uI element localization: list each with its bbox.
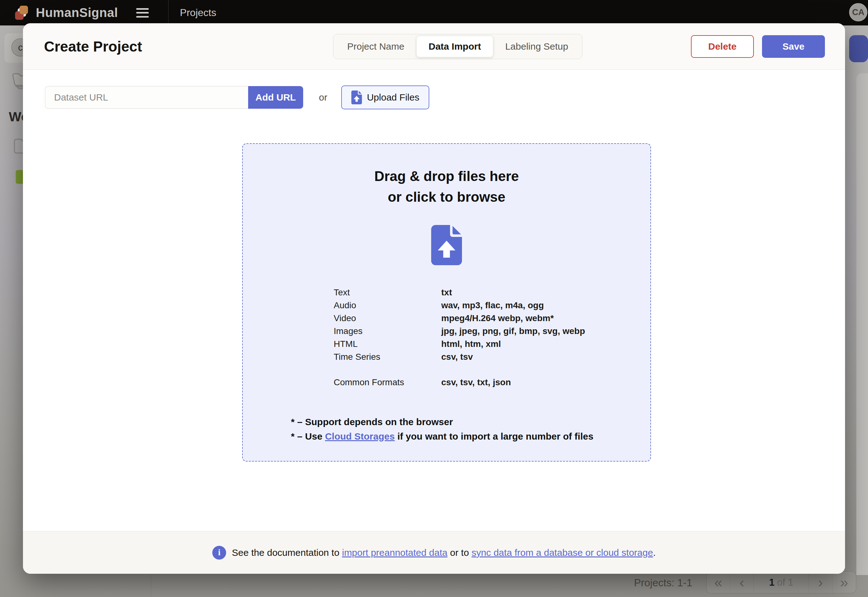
format-category-label: HTML <box>334 337 441 350</box>
supported-formats-table: Text txt Audio wav, mp3, flac, m4a, ogg … <box>334 286 585 389</box>
footer-text-prefix: See the documentation to <box>232 547 342 558</box>
browser-support-note: * – Support depends on the browser <box>291 415 593 429</box>
brand-name: HumanSignal <box>36 6 118 20</box>
pagination-control: « ‹ 1 of 1 › » <box>706 571 856 594</box>
create-project-modal: Create Project Project Name Data Import … <box>23 23 845 574</box>
format-category-label: Text <box>334 286 441 299</box>
format-row: HTML html, htm, xml <box>334 337 585 350</box>
or-separator-label: or <box>319 92 328 103</box>
background-panel-edge <box>856 73 868 575</box>
top-bar: HumanSignal Projects CA <box>0 0 868 25</box>
format-category-label: Common Formats <box>334 376 441 389</box>
format-row: Images jpg, jpeg, png, gif, bmp, svg, we… <box>334 325 585 337</box>
info-icon: i <box>212 546 226 560</box>
upload-files-label: Upload Files <box>367 92 420 103</box>
upload-file-icon <box>431 225 462 266</box>
tab-group: Project Name Data Import Labeling Setup <box>333 34 582 59</box>
cloud-storages-link[interactable]: Cloud Storages <box>325 431 395 441</box>
import-docs-link[interactable]: import preannotated data <box>342 547 447 558</box>
format-category-label: Audio <box>334 299 441 312</box>
projects-count-label: Projects: 1-1 <box>634 577 692 589</box>
format-extensions-value: csv, tsv, txt, json <box>441 376 511 389</box>
dropzone-heading: Drag & drop files here or click to brows… <box>243 166 651 207</box>
tab-labeling-setup[interactable]: Labeling Setup <box>493 36 580 57</box>
format-extensions-value: txt <box>441 286 452 299</box>
dropzone-notes: * – Support depends on the browser * – U… <box>291 415 593 444</box>
dataset-url-input[interactable] <box>45 86 248 109</box>
hamburger-icon <box>136 16 149 18</box>
format-extensions-value: jpg, jpeg, png, gif, bmp, svg, webp <box>441 325 585 337</box>
modal-title: Create Project <box>44 38 142 55</box>
dataset-url-input-group: Add URL <box>45 86 303 109</box>
modal-footer: i See the documentation to import preann… <box>23 531 845 574</box>
format-extensions-value: html, htm, xml <box>441 337 501 350</box>
sync-docs-link[interactable]: sync data from a database or cloud stora… <box>471 547 653 558</box>
format-extensions-value: csv, tsv <box>441 350 473 363</box>
format-row: Audio wav, mp3, flac, m4a, ogg <box>334 299 585 312</box>
upload-files-button[interactable]: Upload Files <box>341 85 430 109</box>
format-category-label: Video <box>334 312 441 325</box>
add-url-button[interactable]: Add URL <box>248 86 303 109</box>
hamburger-icon <box>136 8 149 10</box>
background-button-fragment <box>849 35 868 62</box>
brand-logo[interactable]: HumanSignal <box>15 4 118 22</box>
format-row: Time Series csv, tsv <box>334 350 585 363</box>
sidebar-border <box>150 574 151 597</box>
save-button[interactable]: Save <box>762 35 825 58</box>
pagination-prev-button[interactable]: ‹ <box>730 572 753 593</box>
common-formats-row: Common Formats csv, tsv, txt, json <box>334 376 585 389</box>
format-row: Text txt <box>334 286 585 299</box>
tab-data-import[interactable]: Data Import <box>416 36 493 57</box>
pagination-first-button[interactable]: « <box>707 572 730 593</box>
footer-documentation-text: See the documentation to import preannot… <box>232 547 656 558</box>
format-extensions-value: wav, mp3, flac, m4a, ogg <box>441 299 544 312</box>
tab-project-name[interactable]: Project Name <box>335 36 416 57</box>
menu-button[interactable] <box>136 7 149 18</box>
format-category-label: Images <box>334 325 441 337</box>
footer-text-middle: or to <box>448 547 472 558</box>
file-dropzone[interactable]: Drag & drop files here or click to brows… <box>242 143 651 462</box>
dropzone-heading-line2: or click to browse <box>243 187 651 207</box>
pagination-total-label: of 1 <box>777 578 794 587</box>
note-suffix: if you want to import a large number of … <box>395 431 593 441</box>
humansignal-logo-icon <box>15 4 33 22</box>
url-import-row: Add URL or Upload Files <box>45 85 429 109</box>
header-actions: Delete Save <box>691 35 825 58</box>
modal-header: Create Project Project Name Data Import … <box>23 23 845 70</box>
pagination-current-page: 1 <box>769 578 774 587</box>
nav-projects-link[interactable]: Projects <box>180 7 216 19</box>
pagination-page-indicator: 1 of 1 <box>754 572 808 593</box>
file-upload-icon <box>351 91 362 104</box>
format-row: Video mpeg4/H.264 webp, webm* <box>334 312 585 325</box>
hamburger-icon <box>136 12 149 13</box>
footer-text-suffix: . <box>653 547 655 558</box>
cloud-storages-note: * – Use Cloud Storages if you want to im… <box>291 429 593 444</box>
note-prefix: * – Use <box>291 431 325 441</box>
pagination-last-button[interactable]: » <box>832 572 856 593</box>
user-avatar[interactable]: CA <box>849 3 867 21</box>
modal-body: Add URL or Upload Files Drag & drop file… <box>23 70 845 531</box>
format-category-label: Time Series <box>334 350 441 363</box>
delete-button[interactable]: Delete <box>691 35 754 58</box>
format-extensions-value: mpeg4/H.264 webp, webm* <box>441 312 554 325</box>
dropzone-heading-line1: Drag & drop files here <box>243 166 651 187</box>
pagination-next-button[interactable]: › <box>809 572 832 593</box>
